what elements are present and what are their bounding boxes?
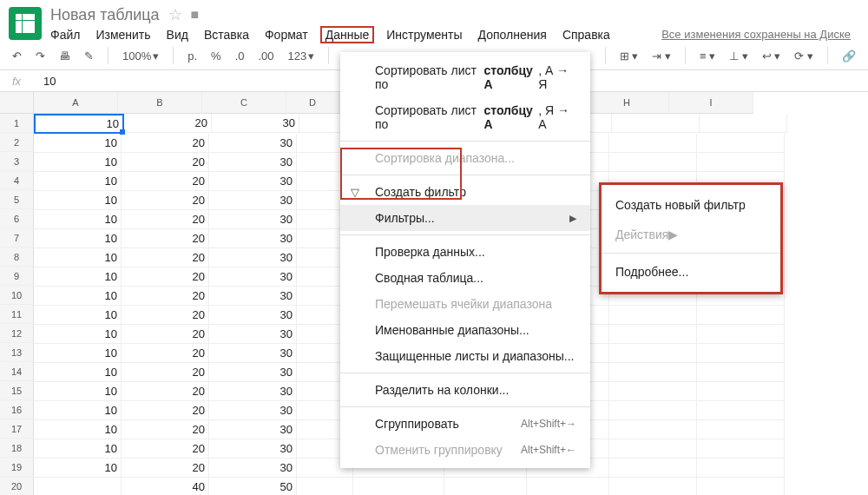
cell[interactable] [697, 459, 785, 478]
cell[interactable] [697, 153, 785, 172]
cell[interactable]: 20 [122, 459, 209, 478]
cell[interactable] [609, 401, 697, 420]
col-header-h[interactable]: H [585, 92, 669, 114]
cell[interactable] [609, 478, 697, 495]
cell[interactable]: 20 [122, 229, 209, 248]
row-header[interactable]: 10 [0, 286, 34, 305]
menu-protected[interactable]: Защищенные листы и диапазоны... [340, 343, 590, 369]
halign-icon[interactable]: ≡ ▾ [696, 48, 719, 64]
menu-format[interactable]: Формат [265, 28, 308, 42]
cell[interactable]: 10 [34, 114, 124, 134]
cell[interactable]: 30 [209, 459, 297, 478]
cell[interactable] [609, 153, 697, 172]
cell[interactable] [609, 306, 697, 325]
cell[interactable]: 10 [34, 344, 122, 363]
row-header[interactable]: 5 [0, 190, 34, 209]
select-all-corner[interactable] [0, 92, 34, 114]
menu-file[interactable]: Файл [50, 28, 80, 42]
cell[interactable] [697, 420, 785, 439]
cell[interactable]: 30 [209, 153, 297, 172]
paint-icon[interactable]: ✎ [81, 48, 97, 64]
undo-icon[interactable]: ↶ [9, 48, 25, 64]
borders-icon[interactable]: ⊞ ▾ [616, 48, 642, 64]
menu-addons[interactable]: Дополнения [478, 28, 547, 42]
cell[interactable]: 10 [34, 439, 122, 459]
col-header-d[interactable]: D [286, 92, 339, 114]
cell[interactable] [697, 363, 785, 382]
cell[interactable] [527, 478, 609, 495]
cell[interactable]: 30 [209, 420, 297, 439]
cell[interactable]: 40 [122, 478, 209, 495]
cell[interactable]: 10 [34, 134, 122, 153]
row-header[interactable]: 19 [0, 458, 34, 477]
cell[interactable]: 20 [122, 420, 209, 439]
cell[interactable]: 30 [209, 382, 297, 401]
cell[interactable]: 10 [34, 287, 122, 306]
menu-data[interactable]: Данные [320, 26, 375, 43]
cell[interactable]: 20 [122, 439, 209, 459]
cell[interactable]: 20 [122, 210, 209, 229]
cell[interactable]: 20 [122, 248, 209, 267]
row-header[interactable]: 11 [0, 305, 34, 324]
cell[interactable]: 20 [122, 153, 209, 172]
cell[interactable] [697, 439, 785, 459]
row-header[interactable]: 13 [0, 343, 34, 362]
wrap-icon[interactable]: ↩ ▾ [759, 48, 785, 64]
cell[interactable]: 10 [34, 363, 122, 382]
cell[interactable]: 20 [122, 325, 209, 344]
cell[interactable]: 10 [34, 153, 122, 172]
row-header[interactable]: 2 [0, 133, 34, 152]
cell[interactable] [297, 478, 353, 495]
zoom-select[interactable]: 100% ▾ [119, 48, 162, 64]
cell[interactable]: 30 [209, 172, 297, 191]
cell[interactable]: 10 [34, 248, 122, 267]
row-header[interactable]: 18 [0, 439, 34, 458]
row-header[interactable]: 12 [0, 324, 34, 343]
col-header-c[interactable]: C [202, 92, 286, 114]
cell[interactable] [697, 306, 785, 325]
cell[interactable] [609, 459, 697, 478]
cell[interactable]: 10 [34, 267, 122, 287]
menu-edit[interactable]: Изменить [95, 28, 150, 42]
cell[interactable]: 20 [122, 306, 209, 325]
cell[interactable] [609, 420, 697, 439]
cell[interactable]: 20 [122, 382, 209, 401]
row-header[interactable]: 6 [0, 209, 34, 228]
menu-view[interactable]: Вид [167, 28, 188, 42]
cell[interactable] [444, 478, 527, 495]
percent-button[interactable]: % [207, 48, 225, 64]
submenu-new-filter[interactable]: Создать новый фильтр [602, 190, 780, 220]
row-header[interactable]: 7 [0, 228, 34, 248]
cell[interactable]: 30 [209, 325, 297, 344]
cell[interactable]: 10 [34, 325, 122, 344]
cell[interactable] [612, 114, 700, 133]
cell[interactable]: 20 [122, 287, 209, 306]
cell[interactable]: 50 [209, 478, 297, 495]
cell[interactable]: 30 [209, 306, 297, 325]
save-status[interactable]: Все изменения сохранены на Диске [661, 28, 851, 42]
cell[interactable]: 30 [209, 248, 297, 267]
cell[interactable]: 10 [34, 172, 122, 191]
menu-named-ranges[interactable]: Именованные диапазоны... [340, 317, 590, 343]
cell[interactable]: 30 [209, 344, 297, 363]
cell[interactable]: 30 [209, 229, 297, 248]
doc-title[interactable]: Новая таблица [50, 6, 160, 24]
cell[interactable] [34, 478, 122, 495]
cell[interactable] [609, 439, 697, 459]
rotate-icon[interactable]: ⟳ ▾ [791, 48, 817, 64]
menu-insert[interactable]: Вставка [204, 28, 249, 42]
dec-less-button[interactable]: .0 [232, 48, 248, 64]
cell[interactable]: 30 [209, 363, 297, 382]
cell[interactable]: 10 [34, 382, 122, 401]
row-header[interactable]: 9 [0, 267, 34, 286]
menu-split-columns[interactable]: Разделить на колонки... [340, 377, 590, 403]
cell[interactable]: 10 [34, 191, 122, 210]
cell[interactable]: 30 [209, 134, 297, 153]
row-header[interactable]: 3 [0, 152, 34, 171]
submenu-more[interactable]: Подробнее... [602, 257, 780, 287]
menu-validation[interactable]: Проверка данных... [340, 239, 590, 265]
cell[interactable] [609, 325, 697, 344]
row-header[interactable]: 1 [0, 114, 34, 133]
cell[interactable] [697, 134, 785, 153]
cell[interactable]: 30 [212, 114, 299, 133]
